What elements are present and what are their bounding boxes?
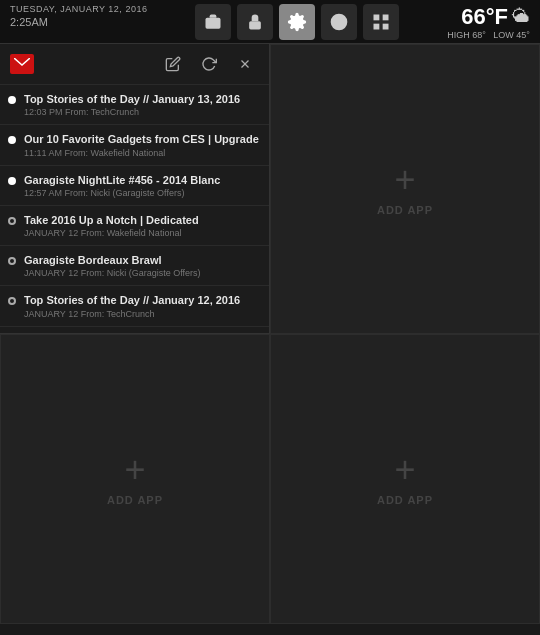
email-content: Top Stories of the Day // January 13, 20… (24, 92, 261, 117)
gear-icon[interactable] (279, 4, 315, 40)
add-app-label: ADD APP (377, 204, 433, 216)
unread-dot (8, 297, 16, 305)
unread-dot (8, 257, 16, 265)
date-label: TUESDAY, JANUARY 12, 2016 (10, 4, 147, 14)
briefcase-icon[interactable] (195, 4, 231, 40)
mail-icon (10, 54, 34, 74)
weather-display: 66°F 🌥 HIGH 68° LOW 45° (447, 4, 530, 40)
time-label: 2:25AM (10, 14, 147, 40)
unread-dot (8, 177, 16, 185)
cloud-icon: 🌥 (512, 6, 530, 27)
temperature: 66°F (461, 4, 508, 30)
unread-dot (8, 136, 16, 144)
add-app-panel-2[interactable]: + ADD APP (0, 334, 270, 624)
add-app-label: ADD APP (377, 494, 433, 506)
email-subject: Top Stories of the Day // January 12, 20… (24, 293, 261, 307)
add-app-panel-3[interactable]: + ADD APP (270, 334, 540, 624)
svg-rect-9 (383, 23, 389, 29)
email-meta: 12:57 AM From: Nicki (Garagiste Offers) (24, 188, 261, 198)
email-meta: JANUARY 12 From: Wakefield National (24, 228, 261, 238)
svg-rect-1 (249, 21, 261, 29)
email-subject: Garagiste NightLite #456 - 2014 Blanc (24, 173, 261, 187)
email-subject: Garagiste Bordeaux Brawl (24, 253, 261, 267)
temp-range: HIGH 68° LOW 45° (447, 30, 530, 40)
add-icon: + (124, 452, 145, 488)
add-icon: + (394, 452, 415, 488)
email-subject: Take 2016 Up a Notch | Dedicated (24, 213, 261, 227)
lock-icon[interactable] (237, 4, 273, 40)
add-icon: + (394, 162, 415, 198)
email-item[interactable]: Top Stories of the Day // January 12, 20… (0, 286, 269, 326)
email-subject: Our 10 Favorite Gadgets from CES | Upgra… (24, 132, 261, 146)
add-app-panel-1[interactable]: + ADD APP (270, 44, 540, 334)
email-item[interactable]: Garagiste NightLite #456 - 2014 Blanc12:… (0, 166, 269, 206)
grid-icon[interactable] (363, 4, 399, 40)
email-item[interactable]: Our 10 Favorite Gadgets from CES | Upgra… (0, 125, 269, 165)
email-content: Garagiste NightLite #456 - 2014 Blanc12:… (24, 173, 261, 198)
email-item[interactable]: Garagiste Bordeaux BrawlJANUARY 12 From:… (0, 246, 269, 286)
refresh-button[interactable] (195, 50, 223, 78)
unread-dot (8, 96, 16, 104)
email-list: Top Stories of the Day // January 13, 20… (0, 85, 269, 333)
add-app-label: ADD APP (107, 494, 163, 506)
email-meta: 12:03 PM From: TechCrunch (24, 107, 261, 117)
email-meta: 11:11 AM From: Wakefield National (24, 148, 261, 158)
email-meta: JANUARY 12 From: TechCrunch (24, 309, 261, 319)
email-content: Take 2016 Up a Notch | DedicatedJANUARY … (24, 213, 261, 238)
email-item[interactable]: Take 2016 Up a Notch | DedicatedJANUARY … (0, 206, 269, 246)
svg-rect-8 (374, 23, 380, 29)
svg-rect-7 (383, 14, 389, 20)
nav-icons (195, 4, 399, 40)
info-icon[interactable] (321, 4, 357, 40)
email-content: Our 10 Favorite Gadgets from CES | Upgra… (24, 132, 261, 157)
main-grid: Top Stories of the Day // January 13, 20… (0, 44, 540, 624)
close-button[interactable] (231, 50, 259, 78)
svg-rect-0 (206, 17, 221, 28)
email-item[interactable]: Wearable Tech Doesn't Have to Go On Your… (0, 327, 269, 333)
email-content: Garagiste Bordeaux BrawlJANUARY 12 From:… (24, 253, 261, 278)
compose-button[interactable] (159, 50, 187, 78)
top-bar: TUESDAY, JANUARY 12, 2016 2:25AM 66°F 🌥 … (0, 0, 540, 44)
email-subject: Top Stories of the Day // January 13, 20… (24, 92, 261, 106)
svg-rect-6 (374, 14, 380, 20)
datetime-display: TUESDAY, JANUARY 12, 2016 2:25AM (10, 4, 147, 40)
unread-dot (8, 217, 16, 225)
email-content: Top Stories of the Day // January 12, 20… (24, 293, 261, 318)
email-meta: JANUARY 12 From: Nicki (Garagiste Offers… (24, 268, 261, 278)
email-toolbar (0, 44, 269, 85)
email-panel: Top Stories of the Day // January 13, 20… (0, 44, 270, 334)
email-item[interactable]: Top Stories of the Day // January 13, 20… (0, 85, 269, 125)
